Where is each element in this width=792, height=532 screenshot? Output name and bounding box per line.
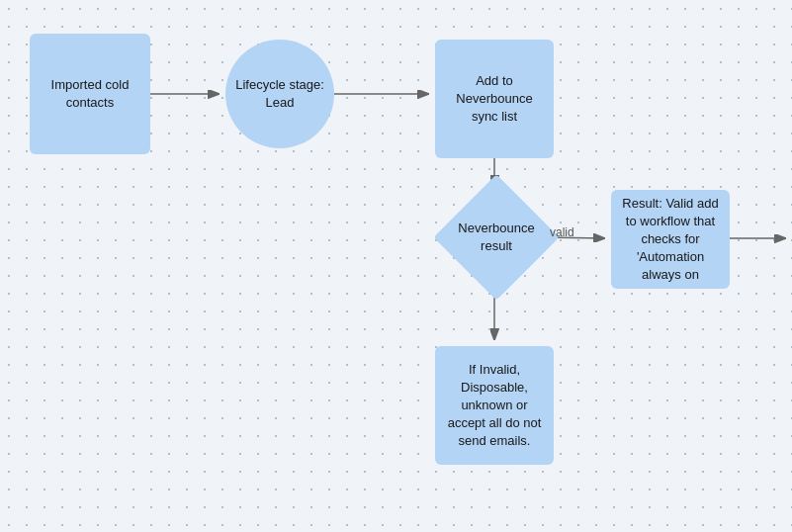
valid-result-label: Result: Valid add to workflow that check… (619, 195, 722, 285)
imported-label: Imported cold contacts (38, 76, 142, 112)
neverbounce-sync-label: Add to Neverbounce sync list (443, 72, 546, 127)
neverbounce-sync-node: Add to Neverbounce sync list (435, 40, 554, 158)
lifecycle-label: Lifecycle stage: Lead (233, 76, 326, 112)
invalid-action-label: If Invalid, Disposable, unknown or accep… (443, 361, 546, 451)
valid-label: valid (550, 225, 574, 239)
lifecycle-stage-node: Lifecycle stage: Lead (225, 40, 334, 148)
imported-cold-contacts-node: Imported cold contacts (30, 34, 150, 154)
valid-result-node: Result: Valid add to workflow that check… (611, 190, 730, 289)
neverbounce-result-node: Neverbounce result (452, 193, 541, 282)
invalid-action-node: If Invalid, Disposable, unknown or accep… (435, 346, 554, 465)
neverbounce-result-label: Neverbounce result (452, 220, 541, 255)
